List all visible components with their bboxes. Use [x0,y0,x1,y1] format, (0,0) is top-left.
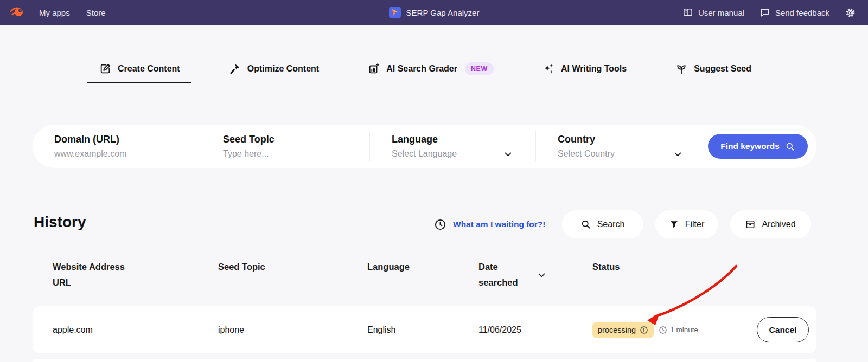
find-keywords-button[interactable]: Find keywords [708,134,808,159]
user-manual-link[interactable]: User manual [682,7,744,18]
seed-topic-label: Seed Topic [223,134,369,145]
cell-status: processing 1 minute [572,322,749,338]
settings-gear-icon[interactable] [845,7,856,18]
archive-box-icon [745,219,756,230]
sparkles-icon [542,63,554,75]
domain-input[interactable]: www.example.com [54,149,201,159]
serp-gap-analyzer-app-icon [389,7,401,18]
nav-store[interactable]: Store [86,8,106,17]
tab-ai-writing-tools[interactable]: AI Writing Tools [542,56,627,82]
column-status: Status [572,259,749,290]
country-label: Country [558,134,705,145]
column-actions [749,259,816,290]
filter-button-label: Filter [685,219,705,229]
processing-status-badge: processing [592,322,654,338]
column-language: Language [347,259,458,290]
book-icon [682,7,693,18]
eta-group: 1 minute [659,326,698,334]
feedback-bubble-icon [760,7,770,18]
hammer-icon [229,63,241,75]
tool-tabs: Create Content Optimize Content AI Searc… [99,56,751,82]
history-controls: What am I waiting for?! Search Filter Ar… [434,210,811,238]
clock-icon [434,218,446,231]
tab-label: AI Search Grader [386,64,457,74]
search-icon [785,141,795,152]
language-value: Select Language [392,149,457,159]
next-row-partial [33,359,816,362]
cell-language: English [347,325,458,335]
history-title: History [34,214,86,231]
search-button[interactable]: Search [562,210,643,238]
history-table-row: apple.com iphone English 11/06/2025 proc… [33,306,816,353]
keyword-search-form: Domain (URL) www.example.com Seed Topic … [33,125,816,168]
filter-button[interactable]: Filter [655,210,718,238]
tab-create-content[interactable]: Create Content [99,56,180,82]
sort-chevron-down-icon[interactable] [537,270,546,280]
language-select[interactable]: Language Select Language [370,125,535,168]
column-seed-topic: Seed Topic [198,259,347,290]
send-feedback-link[interactable]: Send feedback [760,7,829,18]
new-badge: NEW [465,62,494,75]
edit-icon [99,63,111,75]
archived-button-label: Archived [762,219,795,229]
tab-suggest-seed[interactable]: Suggest Seed [675,56,751,82]
country-select[interactable]: Country Select Country [536,125,705,168]
cell-date: 11/06/2025 [458,325,572,335]
eta-text: 1 minute [670,326,698,334]
tab-ai-search-grader[interactable]: AI Search Grader NEW [368,56,494,82]
info-icon[interactable] [640,326,648,334]
find-keywords-label: Find keywords [720,141,780,151]
semrush-logo-icon[interactable] [10,5,25,20]
filter-funnel-icon [669,219,679,230]
clock-icon [659,326,667,334]
cell-actions: Cancel [749,317,816,342]
tab-label: AI Writing Tools [561,64,627,74]
column-date-searched[interactable]: Date searched [458,259,572,290]
app-title: SERP Gap Analyzer [406,8,480,17]
seed-topic-field[interactable]: Seed Topic Type here... [201,125,369,168]
grader-chart-icon [368,63,380,75]
tab-label: Optimize Content [247,64,319,74]
archived-button[interactable]: Archived [730,210,811,238]
column-website-address-url: Website Address URL [33,259,141,290]
history-table-header: Website Address URL Seed Topic Language … [33,259,816,290]
top-navbar: My apps Store SERP Gap Analyzer User man… [0,0,868,25]
tab-label: Create Content [118,64,180,74]
language-label: Language [392,134,535,145]
waiting-info-link[interactable]: What am I waiting for?! [434,218,546,231]
cell-seed-topic: iphone [198,325,347,335]
search-icon [580,219,591,230]
user-manual-label: User manual [698,8,744,17]
status-text: processing [598,326,636,334]
domain-label: Domain (URL) [54,134,201,145]
tab-label: Suggest Seed [694,64,751,74]
cancel-button[interactable]: Cancel [757,317,809,342]
seedling-icon [675,63,687,75]
cell-url: apple.com [33,325,198,335]
country-value: Select Country [558,149,615,159]
chevron-down-icon [673,150,682,159]
chevron-down-icon [503,150,513,159]
tab-optimize-content[interactable]: Optimize Content [229,56,319,82]
search-button-label: Search [597,219,625,229]
send-feedback-label: Send feedback [775,8,829,17]
nav-my-apps[interactable]: My apps [39,8,70,17]
waiting-link-text[interactable]: What am I waiting for?! [453,219,546,229]
seed-topic-input[interactable]: Type here... [223,149,369,159]
domain-field[interactable]: Domain (URL) www.example.com [33,125,201,168]
date-searched-label: Date searched [478,259,528,290]
